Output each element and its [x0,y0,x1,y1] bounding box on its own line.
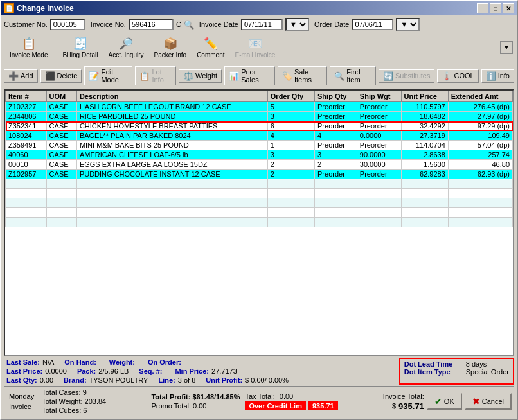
delete-button[interactable]: ⬛ Delete [40,69,82,83]
comment-icon: ✏️ [204,37,218,51]
sale-items-button[interactable]: 🏷️ Sale Items [278,66,327,85]
col-ship-qty: Ship Qty [315,91,357,102]
table-row[interactable]: Z352341CASECHICKEN HOMESTYLE BREAST PATT… [6,121,513,131]
tax-total-value: 0.00 [280,392,293,400]
packer-info-button[interactable]: 📦 Packer Info [150,35,192,60]
prior-sales-button[interactable]: 📊 Prior Sales [224,66,275,85]
table-row[interactable]: Z359491CASEMINI M&M BAKE BITS 25 POUND1P… [6,141,513,150]
customer-no-label: Customer No. [4,21,48,28]
acct-inquiry-button[interactable]: 🔎 Acct. Inquiry [104,35,148,60]
unit-profit-value: $ 0.00/ 0.00% [245,376,289,384]
invoice-mode-icon: 📋 [22,37,36,51]
toolbar-dropdown-button[interactable]: ▼ [500,41,513,54]
tax-total: Tax Total: 0.00 [245,392,337,400]
tax-total-label: Tax Total: [245,392,274,400]
invoice-no-input[interactable] [129,19,174,30]
weight-button[interactable]: ⚖️ Weight [179,69,222,83]
total-profit-label: Total Profit: [151,393,190,401]
close-button[interactable]: ✕ [503,3,514,13]
find-item-icon: 🔍 [334,71,344,81]
total-cases-value: 9 [83,389,87,396]
customer-no-input[interactable] [50,19,85,30]
order-date-input[interactable] [352,19,393,30]
comment-button[interactable]: ✏️ Comment [192,35,229,60]
items-table-container: Item # UOM Description Order Qty Ship Qt… [4,89,514,356]
cancel-button[interactable]: ✖ Cancel [465,393,512,410]
info-button[interactable]: ℹ️ Info [481,69,514,83]
ok-button[interactable]: ✔ OK [427,393,462,410]
invoice-date-group: Invoice Date ▼ [199,18,309,31]
order-date-dropdown[interactable]: ▼ [396,18,420,31]
billing-detail-button[interactable]: 🧾 Billing Detail [58,35,102,60]
total-weight: Total Weight: 203.84 [42,398,106,405]
pack-label: Pack: [77,367,96,375]
header-bar: Customer No. Invoice No. C 🔍 Invoice Dat… [4,18,514,31]
table-row[interactable]: Z102327CASEHASH CORN BEEF LEGOUT BRAND 1… [6,102,513,112]
find-item-button[interactable]: 🔍 Find Item [330,66,376,85]
invoice-date-dropdown[interactable]: ▼ [285,18,309,31]
col-ship-wgt: Ship Wgt [357,91,401,102]
table-row[interactable]: 00010CASEEGGS EXTRA LARGE AA LOOSE 15DZ2… [6,160,513,170]
status-left: Last Sale: N/A On Hand: Weight: On Order… [4,358,397,385]
unit-profit-label: Unit Profit: [206,376,242,384]
promo-total: Promo Total: 0.00 [151,402,240,410]
maximize-button[interactable]: □ [490,3,501,13]
edit-mode-button[interactable]: 📝 Edit Mode [84,66,132,85]
minimize-button[interactable]: _ [477,3,488,13]
email-invoice-button[interactable]: 📧 E-mail Invoice [231,35,280,60]
invoice-date-input[interactable] [241,19,283,30]
line-label: Line: [158,376,175,384]
table-row[interactable]: 40060CASEAMERICAN CHEESE LOAF-6/5 lb3390… [6,150,513,160]
status-row-1: Last Sale: N/A On Hand: Weight: On Order… [4,358,397,367]
dot-lead-time-row: Dot Lead Time 8 days [404,360,509,368]
search-icon[interactable]: 🔍 [184,20,194,30]
status-row-2: Last Price: 0.0000 Pack: 2/5.96 LB Seq. … [4,367,397,376]
table-row[interactable]: Z102957CASEPUDDING CHOCOLATE INSTANT 12 … [6,170,513,179]
dot-item-type-value: Special Order [466,368,509,376]
order-date-group: Order Date ▼ [314,18,420,31]
total-cubes-label: Total Cubes: [42,407,81,414]
check-icon: ✔ [434,396,442,407]
toolbar-separator-1 [55,35,55,60]
status-area: Last Sale: N/A On Hand: Weight: On Order… [4,358,514,385]
delete-icon: ⬛ [45,71,55,81]
promo-total-value: 0.00 [193,402,206,410]
over-credit-value: 935.71 [308,401,338,410]
table-row[interactable]: 108024CASEBAGEL** PLAIN PAR BAKED 802444… [6,131,513,141]
invoice-total-symbol: $ [392,402,396,410]
info-icon: ℹ️ [486,71,496,81]
invoice-total-value: 935.71 [398,401,424,411]
footer-center: Total Profit: $61.48/14.85% Promo Total:… [151,392,337,410]
main-toolbar: 📋 Invoice Mode 🧾 Billing Detail 🔎 Acct. … [4,33,514,62]
col-unit-price: Unit Price [401,91,448,102]
seq-label: Seq. #: [139,367,162,375]
tax-col: Tax Total: 0.00 Over Credit Lim 935.71 [245,392,337,410]
cool-button[interactable]: 🌡️ COOL [437,69,478,83]
billing-detail-icon: 🧾 [73,37,87,51]
total-profit: Total Profit: $61.48/14.85% [151,393,240,401]
lot-info-button[interactable]: 📋 Lot Info [135,66,176,85]
invoice-total-group: $ 935.71 [392,401,424,411]
add-button[interactable]: ➕ Add [4,69,38,83]
col-ext-amt: Extended Amt [448,91,512,102]
table-row-empty [6,218,513,227]
last-price-label: Last Price: [6,367,42,375]
total-cases-label: Total Cases: [42,389,81,396]
brand-value: TYSON POULTRY [89,376,148,384]
col-uom: UOM [46,91,76,102]
min-price-label: Min Price: [175,367,209,375]
invoice-no-label: Invoice No. [91,21,126,28]
min-price-value: 27.7173 [211,367,237,375]
last-sale-label: Last Sale: [6,358,40,366]
on-hand-label: On Hand: [64,358,96,366]
invoice-no-group: Invoice No. C 🔍 [91,19,194,30]
invoice-date-label: Invoice Date [199,21,238,28]
invoice-total-label: Invoice Total: [383,392,424,400]
substitutes-button[interactable]: 🔄 Substitutes [379,69,434,83]
lot-info-icon: 📋 [139,71,150,81]
customer-no-group: Customer No. [4,19,85,30]
table-row[interactable]: Z344806CASERICE PARBOILED 25 POUND3Preor… [6,112,513,121]
last-sale-value: N/A [42,358,54,366]
invoice-mode-button[interactable]: 📋 Invoice Mode [5,35,52,60]
email-icon: 📧 [248,37,262,51]
